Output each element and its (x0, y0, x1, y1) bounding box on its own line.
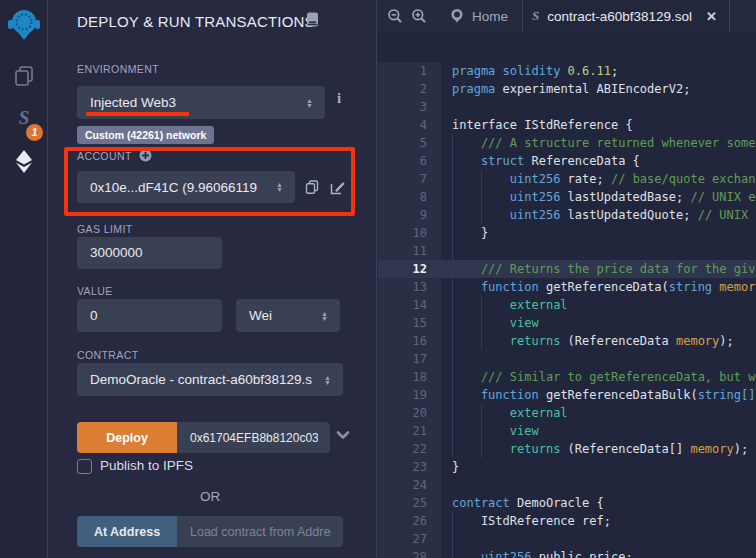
code-text[interactable] (441, 350, 756, 368)
code-text[interactable]: /// A structure returned whenever someon… (441, 134, 756, 152)
line-number[interactable]: 13 (378, 278, 441, 296)
line-number[interactable]: 2 (378, 80, 441, 98)
line-number[interactable]: 8 (378, 188, 441, 206)
documentation-book-icon[interactable] (304, 11, 321, 28)
code-line[interactable]: 4interface IStdReference { (378, 116, 756, 134)
publish-ipfs-checkbox[interactable] (77, 459, 92, 474)
code-line[interactable]: 3 (378, 98, 756, 116)
code-line[interactable]: 15 view (378, 314, 756, 332)
line-number[interactable]: 17 (378, 350, 441, 368)
code-line[interactable]: 7 uint256 rate; // base/quote exchange r… (378, 170, 756, 188)
line-number[interactable]: 5 (378, 134, 441, 152)
tab-home[interactable]: Home (431, 0, 522, 32)
code-text[interactable]: struct ReferenceData { (441, 152, 756, 170)
code-text[interactable]: /// Returns the price data for the given… (441, 260, 756, 278)
code-text[interactable]: pragma experimental ABIEncoderV2; (441, 80, 756, 98)
tab-contract-file[interactable]: S contract-a60bf38129.sol ✕ (523, 0, 729, 32)
close-tab-icon[interactable]: ✕ (706, 9, 717, 24)
line-number[interactable]: 19 (378, 386, 441, 404)
code-line[interactable]: 14 external (378, 296, 756, 314)
code-text[interactable]: view (441, 314, 756, 332)
line-number[interactable]: 25 (378, 494, 441, 512)
code-line[interactable]: 5 /// A structure returned whenever some… (378, 134, 756, 152)
code-text[interactable]: interface IStdReference { (441, 116, 756, 134)
code-text[interactable]: external (441, 404, 756, 422)
at-address-button[interactable]: At Address (77, 516, 177, 547)
line-number[interactable]: 23 (378, 458, 441, 476)
add-account-plus-icon[interactable] (139, 149, 152, 162)
code-line[interactable]: 13 function getReferenceData(string memo… (378, 278, 756, 296)
code-line[interactable]: 1pragma solidity 0.6.11; (378, 62, 756, 80)
contract-select[interactable]: DemoOracle - contract-a60bf38129.s ▲▼ (77, 363, 343, 396)
code-line[interactable]: 16 returns (ReferenceData memory); (378, 332, 756, 350)
code-line[interactable]: 19 function getReferenceDataBulk(string[… (378, 386, 756, 404)
line-number[interactable]: 3 (378, 98, 441, 116)
code-line[interactable]: 17 (378, 350, 756, 368)
chevron-down-icon[interactable] (335, 427, 351, 443)
code-text[interactable]: function getReferenceDataBulk(string[] m… (441, 386, 756, 404)
line-number[interactable]: 20 (378, 404, 441, 422)
code-line[interactable]: 25contract DemoOracle { (378, 494, 756, 512)
copy-account-icon[interactable] (303, 178, 321, 196)
at-address-input[interactable] (177, 516, 343, 547)
code-text[interactable]: } (441, 458, 756, 476)
code-line[interactable]: 24 (378, 476, 756, 494)
code-text[interactable] (441, 98, 756, 116)
code-line[interactable]: 8 uint256 lastUpdatedBase; // UNIX epoch… (378, 188, 756, 206)
code-line[interactable]: 9 uint256 lastUpdatedQuote; // UNIX epoc… (378, 206, 756, 224)
line-number[interactable]: 26 (378, 512, 441, 530)
line-number[interactable]: 10 (378, 224, 441, 242)
code-line[interactable]: 20 external (378, 404, 756, 422)
code-text[interactable]: returns (ReferenceData[] memory); (441, 440, 756, 458)
code-line[interactable]: 21 view (378, 422, 756, 440)
zoom-out-icon[interactable] (383, 0, 407, 32)
code-line[interactable]: 26 IStdReference ref; (378, 512, 756, 530)
remix-logo-icon[interactable] (6, 6, 42, 42)
code-text[interactable] (441, 476, 756, 494)
code-text[interactable]: pragma solidity 0.6.11; (441, 62, 756, 80)
line-number[interactable]: 22 (378, 440, 441, 458)
code-text[interactable]: contract DemoOracle { (441, 494, 756, 512)
code-text[interactable]: IStdReference ref; (441, 512, 756, 530)
value-unit-select[interactable]: Wei ▲▼ (236, 299, 340, 332)
code-text[interactable]: uint256 lastUpdatedBase; // UNIX epoch o… (441, 188, 756, 206)
code-line[interactable]: 10 } (378, 224, 756, 242)
line-number[interactable]: 18 (378, 368, 441, 386)
deploy-button[interactable]: Deploy (77, 422, 177, 453)
line-number[interactable]: 11 (378, 242, 441, 260)
info-icon[interactable]: i (337, 90, 341, 107)
code-text[interactable] (441, 242, 756, 260)
code-text[interactable]: /// Similar to getReferenceData, but wit… (441, 368, 756, 386)
line-number[interactable]: 9 (378, 206, 441, 224)
gas-limit-input[interactable] (77, 237, 222, 269)
line-number[interactable]: 15 (378, 314, 441, 332)
code-text[interactable]: uint256 lastUpdatedQuote; // UNIX epoch … (441, 206, 756, 224)
file-explorer-icon[interactable] (12, 64, 36, 88)
code-text[interactable]: function getReferenceData(string memory … (441, 278, 756, 296)
line-number[interactable]: 27 (378, 530, 441, 548)
code-text[interactable]: uint256 rate; // base/quote exchange rat… (441, 170, 756, 188)
code-text[interactable]: external (441, 296, 756, 314)
value-input[interactable] (77, 299, 222, 332)
edit-account-icon[interactable] (328, 178, 346, 196)
zoom-in-icon[interactable] (407, 0, 431, 32)
line-number[interactable]: 12 (378, 260, 441, 278)
code-area[interactable]: 1pragma solidity 0.6.11;2pragma experime… (378, 32, 756, 558)
account-select[interactable]: 0x10e...dF41C (9.96066119 ▲▼ (77, 171, 295, 203)
deploy-run-icon[interactable] (11, 148, 37, 174)
line-number[interactable]: 7 (378, 170, 441, 188)
code-line[interactable]: 2pragma experimental ABIEncoderV2; (378, 80, 756, 98)
code-text[interactable]: } (441, 224, 756, 242)
line-number[interactable]: 1 (378, 62, 441, 80)
code-line[interactable]: 6 struct ReferenceData { (378, 152, 756, 170)
line-number[interactable]: 21 (378, 422, 441, 440)
code-line[interactable]: 27 (378, 530, 756, 548)
code-line[interactable]: 22 returns (ReferenceData[] memory); (378, 440, 756, 458)
deploy-constructor-arg-input[interactable] (177, 422, 330, 453)
code-text[interactable] (441, 530, 756, 548)
line-number[interactable]: 4 (378, 116, 441, 134)
code-line[interactable]: 12 /// Returns the price data for the gi… (378, 260, 756, 278)
line-number[interactable]: 14 (378, 296, 441, 314)
code-text[interactable]: uint256 public price; (441, 548, 756, 558)
code-line[interactable]: 28 uint256 public price; (378, 548, 756, 558)
